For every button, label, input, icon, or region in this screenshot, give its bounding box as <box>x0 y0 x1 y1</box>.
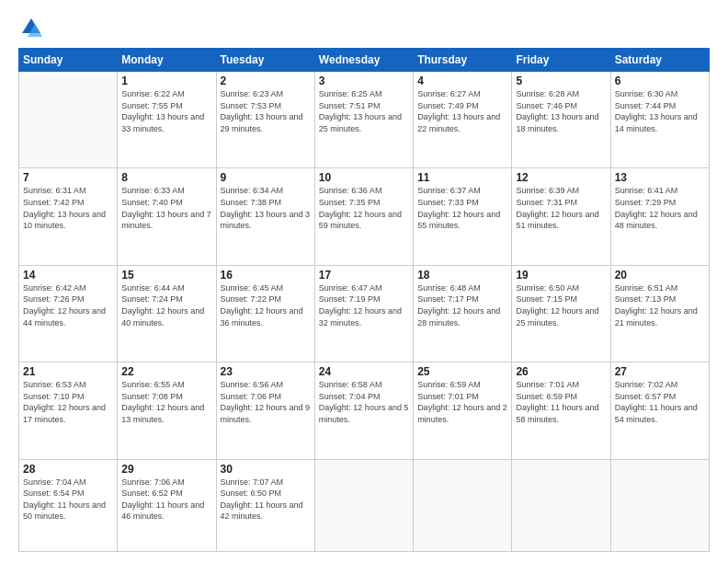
day-detail: Sunrise: 6:41 AM Sunset: 7:29 PM Dayligh… <box>615 185 705 231</box>
day-number: 14 <box>23 269 113 282</box>
calendar-cell: 2Sunrise: 6:23 AM Sunset: 7:53 PM Daylig… <box>216 72 314 168</box>
calendar-cell: 8Sunrise: 6:33 AM Sunset: 7:40 PM Daylig… <box>118 168 216 265</box>
day-number: 6 <box>615 75 705 87</box>
calendar-cell: 25Sunrise: 6:59 AM Sunset: 7:01 PM Dayli… <box>414 362 512 459</box>
day-number: 1 <box>121 75 211 87</box>
day-detail: Sunrise: 6:56 AM Sunset: 7:06 PM Dayligh… <box>221 379 311 425</box>
day-number: 16 <box>221 269 311 282</box>
calendar-cell <box>610 459 709 551</box>
calendar-cell: 13Sunrise: 6:41 AM Sunset: 7:29 PM Dayli… <box>610 168 709 265</box>
calendar-day-header: Monday <box>118 49 216 72</box>
day-number: 7 <box>23 171 113 184</box>
calendar-day-header: Wednesday <box>314 49 413 72</box>
day-number: 21 <box>23 365 113 378</box>
calendar-week-row: 1Sunrise: 6:22 AM Sunset: 7:55 PM Daylig… <box>19 72 710 168</box>
day-number: 17 <box>319 269 409 282</box>
day-detail: Sunrise: 6:33 AM Sunset: 7:40 PM Dayligh… <box>121 185 211 231</box>
calendar-cell: 23Sunrise: 6:56 AM Sunset: 7:06 PM Dayli… <box>216 362 314 459</box>
day-detail: Sunrise: 6:28 AM Sunset: 7:46 PM Dayligh… <box>516 88 606 134</box>
day-detail: Sunrise: 7:06 AM Sunset: 6:52 PM Dayligh… <box>121 477 211 523</box>
calendar-cell: 4Sunrise: 6:27 AM Sunset: 7:49 PM Daylig… <box>414 72 512 168</box>
calendar-table: SundayMondayTuesdayWednesdayThursdayFrid… <box>18 48 710 552</box>
day-number: 15 <box>121 269 211 282</box>
calendar-week-row: 7Sunrise: 6:31 AM Sunset: 7:42 PM Daylig… <box>19 168 710 265</box>
day-detail: Sunrise: 6:51 AM Sunset: 7:13 PM Dayligh… <box>615 282 705 328</box>
calendar-cell: 26Sunrise: 7:01 AM Sunset: 6:59 PM Dayli… <box>512 362 610 459</box>
calendar-cell: 24Sunrise: 6:58 AM Sunset: 7:04 PM Dayli… <box>314 362 413 459</box>
day-number: 22 <box>121 365 211 378</box>
day-number: 18 <box>417 269 507 282</box>
calendar-cell: 12Sunrise: 6:39 AM Sunset: 7:31 PM Dayli… <box>512 168 610 265</box>
calendar-cell: 15Sunrise: 6:44 AM Sunset: 7:24 PM Dayli… <box>118 265 216 362</box>
day-detail: Sunrise: 6:34 AM Sunset: 7:38 PM Dayligh… <box>221 185 311 231</box>
calendar-cell: 16Sunrise: 6:45 AM Sunset: 7:22 PM Dayli… <box>216 265 314 362</box>
day-detail: Sunrise: 7:01 AM Sunset: 6:59 PM Dayligh… <box>516 379 606 425</box>
day-number: 2 <box>221 75 311 87</box>
calendar-cell: 9Sunrise: 6:34 AM Sunset: 7:38 PM Daylig… <box>216 168 314 265</box>
day-detail: Sunrise: 6:59 AM Sunset: 7:01 PM Dayligh… <box>417 379 507 425</box>
day-number: 11 <box>417 171 507 184</box>
calendar-cell: 5Sunrise: 6:28 AM Sunset: 7:46 PM Daylig… <box>512 72 610 168</box>
day-number: 26 <box>516 365 606 378</box>
day-detail: Sunrise: 6:36 AM Sunset: 7:35 PM Dayligh… <box>319 185 409 231</box>
day-number: 23 <box>221 365 311 378</box>
day-detail: Sunrise: 6:30 AM Sunset: 7:44 PM Dayligh… <box>615 88 705 134</box>
day-number: 13 <box>615 171 705 184</box>
calendar-cell: 1Sunrise: 6:22 AM Sunset: 7:55 PM Daylig… <box>118 72 216 168</box>
calendar-week-row: 21Sunrise: 6:53 AM Sunset: 7:10 PM Dayli… <box>19 362 710 459</box>
calendar-cell: 6Sunrise: 6:30 AM Sunset: 7:44 PM Daylig… <box>610 72 709 168</box>
calendar-cell: 28Sunrise: 7:04 AM Sunset: 6:54 PM Dayli… <box>19 459 118 551</box>
day-number: 30 <box>221 463 311 476</box>
day-detail: Sunrise: 7:04 AM Sunset: 6:54 PM Dayligh… <box>23 477 113 523</box>
calendar-week-row: 14Sunrise: 6:42 AM Sunset: 7:26 PM Dayli… <box>19 265 710 362</box>
day-number: 12 <box>516 171 606 184</box>
calendar-day-header: Sunday <box>19 49 118 72</box>
day-number: 3 <box>319 75 409 87</box>
day-detail: Sunrise: 6:58 AM Sunset: 7:04 PM Dayligh… <box>319 379 409 425</box>
day-detail: Sunrise: 6:39 AM Sunset: 7:31 PM Dayligh… <box>516 185 606 231</box>
day-number: 10 <box>319 171 409 184</box>
day-detail: Sunrise: 6:48 AM Sunset: 7:17 PM Dayligh… <box>417 282 507 328</box>
day-detail: Sunrise: 6:47 AM Sunset: 7:19 PM Dayligh… <box>319 282 409 328</box>
day-detail: Sunrise: 7:07 AM Sunset: 6:50 PM Dayligh… <box>221 477 311 523</box>
day-detail: Sunrise: 6:31 AM Sunset: 7:42 PM Dayligh… <box>23 185 113 231</box>
calendar-cell: 19Sunrise: 6:50 AM Sunset: 7:15 PM Dayli… <box>512 265 610 362</box>
calendar-cell: 27Sunrise: 7:02 AM Sunset: 6:57 PM Dayli… <box>610 362 709 459</box>
calendar-day-header: Tuesday <box>216 49 314 72</box>
calendar-cell <box>414 459 512 551</box>
logo <box>18 15 48 40</box>
calendar-cell: 21Sunrise: 6:53 AM Sunset: 7:10 PM Dayli… <box>19 362 118 459</box>
day-number: 9 <box>221 171 311 184</box>
day-number: 29 <box>121 463 211 476</box>
day-number: 5 <box>516 75 606 87</box>
day-detail: Sunrise: 6:53 AM Sunset: 7:10 PM Dayligh… <box>23 379 113 425</box>
day-detail: Sunrise: 6:27 AM Sunset: 7:49 PM Dayligh… <box>417 88 507 134</box>
calendar-cell: 7Sunrise: 6:31 AM Sunset: 7:42 PM Daylig… <box>19 168 118 265</box>
day-detail: Sunrise: 7:02 AM Sunset: 6:57 PM Dayligh… <box>615 379 705 425</box>
day-number: 19 <box>516 269 606 282</box>
header <box>18 15 710 40</box>
calendar-day-header: Saturday <box>610 49 709 72</box>
day-number: 8 <box>121 171 211 184</box>
day-number: 25 <box>417 365 507 378</box>
day-detail: Sunrise: 6:37 AM Sunset: 7:33 PM Dayligh… <box>417 185 507 231</box>
calendar-cell <box>19 72 118 168</box>
day-detail: Sunrise: 6:25 AM Sunset: 7:51 PM Dayligh… <box>319 88 409 134</box>
day-detail: Sunrise: 6:23 AM Sunset: 7:53 PM Dayligh… <box>221 88 311 134</box>
calendar-cell: 11Sunrise: 6:37 AM Sunset: 7:33 PM Dayli… <box>414 168 512 265</box>
day-detail: Sunrise: 6:44 AM Sunset: 7:24 PM Dayligh… <box>121 282 211 328</box>
calendar-cell: 10Sunrise: 6:36 AM Sunset: 7:35 PM Dayli… <box>314 168 413 265</box>
day-detail: Sunrise: 6:22 AM Sunset: 7:55 PM Dayligh… <box>121 88 211 134</box>
day-detail: Sunrise: 6:50 AM Sunset: 7:15 PM Dayligh… <box>516 282 606 328</box>
calendar-cell: 17Sunrise: 6:47 AM Sunset: 7:19 PM Dayli… <box>314 265 413 362</box>
day-detail: Sunrise: 6:42 AM Sunset: 7:26 PM Dayligh… <box>23 282 113 328</box>
calendar-cell: 30Sunrise: 7:07 AM Sunset: 6:50 PM Dayli… <box>216 459 314 551</box>
calendar-cell: 18Sunrise: 6:48 AM Sunset: 7:17 PM Dayli… <box>414 265 512 362</box>
calendar-cell: 14Sunrise: 6:42 AM Sunset: 7:26 PM Dayli… <box>19 265 118 362</box>
calendar-cell <box>512 459 610 551</box>
calendar-day-header: Friday <box>512 49 610 72</box>
calendar-cell <box>314 459 413 551</box>
calendar-cell: 22Sunrise: 6:55 AM Sunset: 7:08 PM Dayli… <box>118 362 216 459</box>
calendar-header-row: SundayMondayTuesdayWednesdayThursdayFrid… <box>19 49 710 72</box>
day-number: 28 <box>23 463 113 476</box>
